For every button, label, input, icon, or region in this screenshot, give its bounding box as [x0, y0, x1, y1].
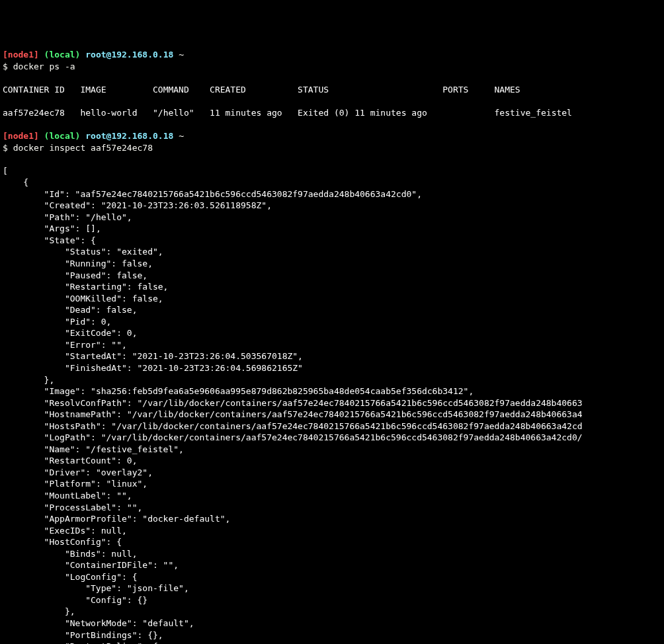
json-line: "Restarting": false, [3, 281, 661, 293]
command-2: $ docker inspect aaf57e24ec78 [3, 143, 153, 153]
command-1: $ docker ps -a [3, 61, 75, 71]
prompt-user-host: root@192.168.0.18 [80, 131, 173, 141]
ps-row: aaf57e24ec78 hello-world "/hello" 11 min… [3, 107, 661, 119]
json-line: "ExitCode": 0, [3, 327, 661, 339]
json-line: "Created": "2021-10-23T23:26:03.52611895… [3, 200, 661, 212]
json-line: "Running": false, [3, 258, 661, 270]
json-line: "LogPath": "/var/lib/docker/containers/a… [3, 432, 661, 444]
json-line: "Platform": "linux", [3, 478, 661, 490]
json-line: "FinishedAt": "2021-10-23T23:26:04.56986… [3, 362, 661, 374]
json-line: "Id": "aaf57e24ec7840215766a5421b6c596cc… [3, 188, 661, 200]
prompt-bracket-close: ] [34, 131, 39, 141]
prompt-node: node1 [8, 131, 34, 141]
json-line: { [3, 177, 661, 188]
prompt-user-host: root@192.168.0.18 [80, 50, 173, 60]
json-line: "Status": "exited", [3, 246, 661, 258]
json-line: "HostnamePath": "/var/lib/docker/contain… [3, 409, 661, 421]
json-line: "ProcessLabel": "", [3, 502, 661, 514]
json-line: "State": { [3, 235, 661, 247]
json-line: }, [3, 374, 661, 386]
prompt-path: ~ [173, 50, 184, 60]
json-output: [{"Id": "aaf57e24ec7840215766a5421b6c596… [3, 165, 661, 644]
json-line: "ContainerIDFile": "", [3, 559, 661, 571]
json-line: "LogConfig": { [3, 571, 661, 583]
json-line: "Error": "", [3, 339, 661, 351]
json-line: "Args": [], [3, 223, 661, 235]
json-line: "MountLabel": "", [3, 490, 661, 502]
prompt-line-1[interactable]: [node1] (local) root@192.168.0.18 ~ $ do… [3, 49, 661, 72]
prompt-node: node1 [8, 50, 34, 60]
prompt-bracket-close: ] [34, 50, 39, 60]
json-line: "ExecIDs": null, [3, 525, 661, 537]
json-line: "Image": "sha256:feb5d9fea6a5e9606aa995e… [3, 385, 661, 397]
prompt-bracket-open: [ [3, 131, 8, 141]
prompt-bracket-open: [ [3, 50, 8, 60]
json-line: [ [3, 165, 661, 177]
json-line: "AppArmorProfile": "docker-default", [3, 513, 661, 525]
prompt-line-2[interactable]: [node1] (local) root@192.168.0.18 ~ $ do… [3, 130, 661, 153]
json-line: "Name": "/festive_feistel", [3, 444, 661, 456]
json-line: "Dead": false, [3, 304, 661, 316]
json-line: "OOMKilled": false, [3, 293, 661, 305]
json-line: "ResolvConfPath": "/var/lib/docker/conta… [3, 397, 661, 409]
json-line: "HostsPath": "/var/lib/docker/containers… [3, 421, 661, 432]
json-line: "Driver": "overlay2", [3, 467, 661, 479]
json-line: "Path": "/hello", [3, 212, 661, 223]
ps-header: CONTAINER ID IMAGE COMMAND CREATED STATU… [3, 84, 661, 96]
prompt-local: (local) [39, 131, 81, 141]
json-line: "NetworkMode": "default", [3, 618, 661, 629]
json-line: "PortBindings": {}, [3, 629, 661, 641]
json-line: "HostConfig": { [3, 536, 661, 548]
json-line: "Config": {} [3, 594, 661, 606]
json-line: "Paused": false, [3, 270, 661, 282]
prompt-local: (local) [39, 50, 81, 60]
json-line: "StartedAt": "2021-10-23T23:26:04.503567… [3, 350, 661, 362]
json-line: "RestartCount": 0, [3, 455, 661, 467]
json-line: "Binds": null, [3, 548, 661, 560]
json-line: }, [3, 606, 661, 618]
json-line: "Pid": 0, [3, 316, 661, 328]
json-line: "Type": "json-file", [3, 583, 661, 594]
json-line: "RestartPolicy": { [3, 641, 661, 644]
prompt-path: ~ [173, 131, 184, 141]
